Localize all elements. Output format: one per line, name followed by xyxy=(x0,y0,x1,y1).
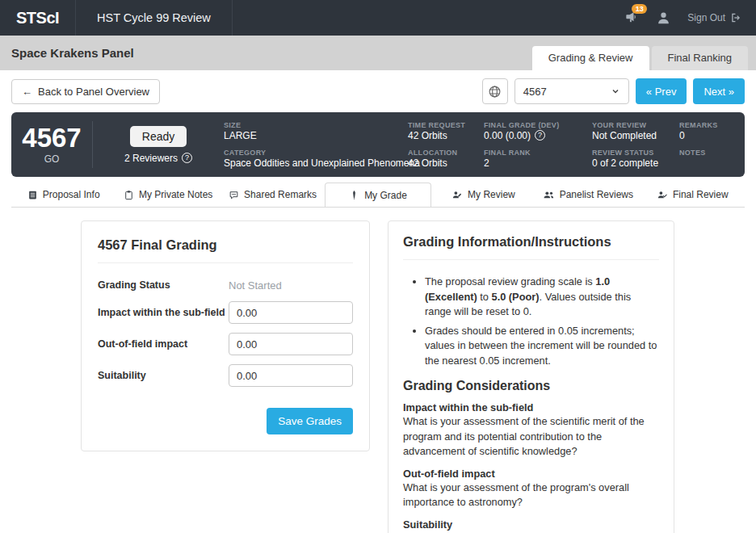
grading-status-value: Not Started xyxy=(229,279,282,292)
panel-bar: Space Krakens Panel Grading & Review Fin… xyxy=(0,36,756,70)
speech-bubble-icon xyxy=(229,190,239,200)
ready-status-button[interactable]: Ready xyxy=(130,126,187,147)
out-of-field-label: Out-of-field impact xyxy=(98,338,229,350)
consideration-heading: Impact within the sub-field xyxy=(403,401,659,413)
tab-my-grade[interactable]: My Grade xyxy=(325,183,430,207)
panel-tabs: Grading & Review Final Ranking xyxy=(532,46,748,70)
suitability-label: Suitability xyxy=(98,370,229,381)
proposal-select[interactable]: 4567 xyxy=(514,78,629,104)
reviewers-row: 2 Reviewers ? xyxy=(93,153,224,164)
tab-proposal-info[interactable]: Proposal Info xyxy=(11,183,116,207)
consideration-text: What is your assessment of the program's… xyxy=(403,481,659,510)
person-edit-icon xyxy=(452,190,463,200)
grading-info-card: Grading Information/Instructions The pro… xyxy=(388,220,674,533)
tab-final-ranking[interactable]: Final Ranking xyxy=(652,46,749,70)
back-button-label: Back to Panel Overview xyxy=(38,86,149,98)
tab-shared-remarks[interactable]: Shared Remarks xyxy=(220,183,325,207)
impact-subfield-input[interactable] xyxy=(229,301,353,324)
proposal-fields-grid: SIZE LARGE CATEGORY Space Oddities and U… xyxy=(224,121,728,169)
proposal-select-value: 4567 xyxy=(523,86,547,98)
proposal-tabs: Proposal Info My Private Notes Shared xyxy=(11,183,745,208)
sign-out-button[interactable]: Sign Out xyxy=(687,12,741,23)
app-title-box: HST Cycle 99 Review xyxy=(76,0,233,36)
save-grades-button[interactable]: Save Grades xyxy=(267,408,353,434)
field-size: SIZE LARGE xyxy=(224,121,395,141)
consideration-heading: Suitability xyxy=(403,518,659,531)
field-category: CATEGORY Space Oddities and Unexplained … xyxy=(224,149,395,169)
proposal-header: 4567 GO Ready 2 Reviewers ? SIZE LARGE C… xyxy=(11,112,745,177)
globe-button[interactable] xyxy=(482,78,508,104)
field-allocation: ALLOCATION 42 Orbits xyxy=(408,149,471,169)
info-card-title: Grading Information/Instructions xyxy=(403,234,659,260)
user-menu-button[interactable] xyxy=(656,10,671,26)
chevron-down-icon xyxy=(611,86,620,96)
panel-title: Space Krakens Panel xyxy=(11,46,532,60)
nav-row: ← Back to Panel Overview 4567 xyxy=(0,70,756,111)
notification-badge: 13 xyxy=(632,4,647,14)
tab-final-review[interactable]: Final Review xyxy=(640,183,745,207)
field-review-status: REVIEW STATUS 0 of 2 complete xyxy=(592,149,666,169)
clipboard-icon xyxy=(124,190,134,200)
consideration-section: Impact within the sub-field What is your… xyxy=(403,401,659,460)
impact-subfield-label: Impact within the sub-field xyxy=(98,307,229,318)
tab-panelist-reviews[interactable]: Panelist Reviews xyxy=(536,183,640,207)
suitability-row: Suitability xyxy=(98,364,353,387)
stsci-logo[interactable]: STScI xyxy=(0,0,76,36)
app-title: HST Cycle 99 Review xyxy=(97,11,211,24)
suitability-input[interactable] xyxy=(229,364,353,387)
proposal-type: GO xyxy=(11,153,92,165)
consideration-section: Suitability Can the program science goal… xyxy=(403,518,659,533)
grading-card-title: 4567 Final Grading xyxy=(98,237,353,263)
topbar-right: 13 Sign Out xyxy=(624,0,756,36)
reviewers-label: 2 Reviewers xyxy=(124,153,178,164)
back-to-panel-overview-button[interactable]: ← Back to Panel Overview xyxy=(11,79,160,104)
tab-my-private-notes[interactable]: My Private Notes xyxy=(116,183,220,207)
proposal-id: 4567 xyxy=(11,124,92,153)
question-circle-icon[interactable]: ? xyxy=(182,153,192,163)
globe-icon xyxy=(488,85,502,99)
top-bar: STScI HST Cycle 99 Review 13 xyxy=(0,0,756,36)
instruction-item: The proposal review grading scale is 1.0… xyxy=(425,275,659,320)
question-circle-icon[interactable]: ? xyxy=(535,130,545,141)
stsci-logo-text: STScI xyxy=(16,9,59,27)
field-final-rank: FINAL RANK 2 xyxy=(484,149,579,169)
person-icon xyxy=(656,10,671,26)
main-content: 4567 Final Grading Grading Status Not St… xyxy=(0,208,756,533)
consideration-heading: Out-of-field impact xyxy=(403,468,659,480)
next-button[interactable]: Next » xyxy=(693,78,745,104)
pen-icon xyxy=(349,190,359,200)
sign-out-label: Sign Out xyxy=(687,12,725,23)
document-icon xyxy=(27,190,38,200)
nav-right: 4567 « Prev Next » xyxy=(482,78,745,104)
out-of-field-input[interactable] xyxy=(229,333,353,355)
impact-subfield-row: Impact within the sub-field xyxy=(98,301,353,324)
field-final-grade: FINAL GRADE (DEV) 0.00 (0.00) ? xyxy=(484,121,579,141)
save-row: Save Grades xyxy=(98,408,353,434)
proposal-id-block: 4567 GO xyxy=(11,124,92,166)
app-screen: STScI HST Cycle 99 Review 13 xyxy=(0,0,756,533)
consideration-text: What is your assessment of the scientifi… xyxy=(403,414,659,460)
final-grading-card: 4567 Final Grading Grading Status Not St… xyxy=(81,220,370,451)
people-icon xyxy=(543,190,555,200)
announcements-button[interactable]: 13 xyxy=(624,10,640,26)
proposal-status-block: Ready 2 Reviewers ? xyxy=(93,126,224,164)
instruction-item: Grades should be entered in 0.05 increme… xyxy=(425,324,659,369)
grading-status-row: Grading Status Not Started xyxy=(98,278,353,292)
back-arrow-icon: ← xyxy=(22,86,32,98)
grading-instructions-list: The proposal review grading scale is 1.0… xyxy=(403,275,659,368)
grading-considerations-title: Grading Considerations xyxy=(403,379,659,393)
grading-status-label: Grading Status xyxy=(98,279,229,291)
field-notes: NOTES xyxy=(679,149,718,169)
field-your-review: YOUR REVIEW Not Completed xyxy=(592,121,666,141)
out-of-field-row: Out-of-field impact xyxy=(98,333,353,355)
sign-out-icon xyxy=(730,12,741,23)
tab-my-review[interactable]: My Review xyxy=(431,183,536,207)
person-check-icon xyxy=(657,190,668,200)
field-time-request: TIME REQUEST 42 Orbits xyxy=(408,121,471,141)
tab-grading-review[interactable]: Grading & Review xyxy=(532,46,649,70)
consideration-section: Out-of-field impact What is your assessm… xyxy=(403,468,659,510)
field-remarks: REMARKS 0 xyxy=(679,121,718,141)
prev-button[interactable]: « Prev xyxy=(636,78,687,104)
